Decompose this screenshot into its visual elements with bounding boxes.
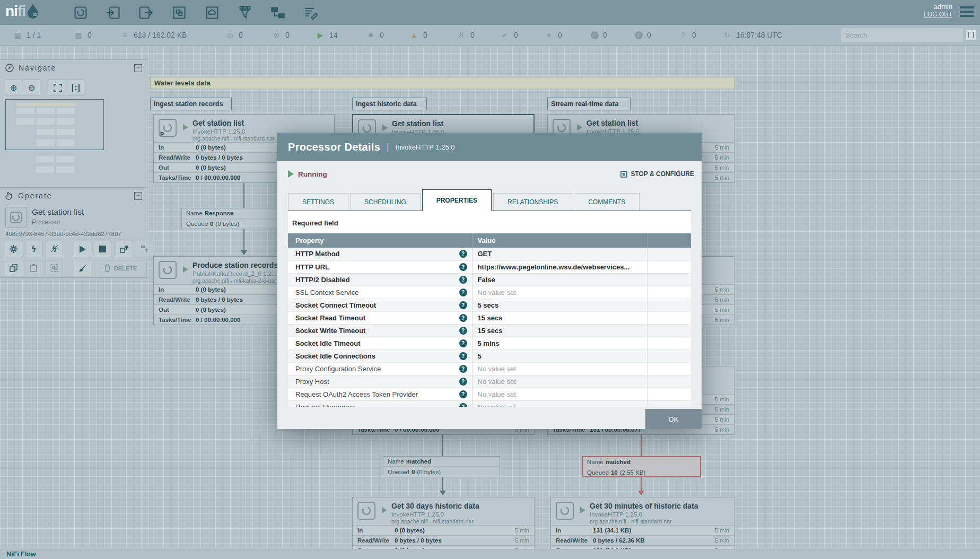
property-value[interactable]: No value set xyxy=(472,375,647,388)
canvas-label-ingest-station-records[interactable]: Ingest station records xyxy=(150,98,232,110)
stat-label: In xyxy=(357,527,395,534)
compass-icon xyxy=(5,64,14,72)
help-icon[interactable]: ? xyxy=(459,352,467,360)
help-icon[interactable]: ? xyxy=(459,263,467,271)
corner-button[interactable] xyxy=(965,29,977,41)
canvas-label-stream-real-time-data[interactable]: Stream real-time data xyxy=(547,98,631,110)
help-icon[interactable]: ? xyxy=(459,289,467,296)
property-value[interactable]: 5 mins xyxy=(472,337,647,350)
property-name: Socket Connect Timeout xyxy=(295,301,376,309)
property-value[interactable]: 5 secs xyxy=(472,299,647,311)
stat-label: Out xyxy=(159,307,196,313)
stat-window: 5 min xyxy=(715,426,729,433)
create-template-button[interactable] xyxy=(116,241,133,257)
stop-icon xyxy=(99,246,106,252)
property-value[interactable]: 15 secs xyxy=(472,324,647,337)
property-value[interactable]: No value set xyxy=(472,400,647,407)
help-icon[interactable]: ? xyxy=(459,365,467,373)
connection-line[interactable] xyxy=(442,434,443,456)
property-value[interactable]: No value set xyxy=(472,362,647,375)
tab-settings[interactable]: SETTINGS xyxy=(288,193,348,211)
global-menu-icon[interactable] xyxy=(960,6,974,19)
property-value[interactable]: 15 secs xyxy=(472,311,647,324)
help-icon[interactable]: ? xyxy=(459,403,467,407)
drag-output-port-button[interactable] xyxy=(136,4,154,21)
collapse-operate-icon[interactable]: − xyxy=(134,192,142,200)
upload-template-button[interactable] xyxy=(136,241,153,257)
enable-button[interactable]: ϟ xyxy=(25,241,42,257)
birdseye-minimap[interactable] xyxy=(5,99,104,150)
connection-line[interactable] xyxy=(641,477,642,491)
collapse-navigate-icon[interactable]: − xyxy=(134,64,142,72)
column-value: Value xyxy=(472,233,647,248)
breadcrumb[interactable]: NiFi Flow xyxy=(6,551,36,558)
zoom-out-button[interactable]: ⊖ xyxy=(23,80,40,96)
canvas-label-water-levels[interactable]: Water levels data xyxy=(150,77,734,89)
document-icon xyxy=(968,32,974,38)
tab-scheduling[interactable]: SCHEDULING xyxy=(350,193,421,211)
property-value[interactable]: https://www.pegelonline.wsv.de/webservic… xyxy=(472,260,647,273)
property-value[interactable]: No value set xyxy=(472,388,647,400)
tab-comments[interactable]: COMMENTS xyxy=(574,193,640,211)
drag-process-group-button[interactable] xyxy=(170,4,188,21)
delete-button[interactable]: DELETE xyxy=(94,260,147,276)
configure-button[interactable] xyxy=(5,241,22,257)
stat-window: 5 min xyxy=(515,537,529,544)
running-status-icon xyxy=(577,124,582,130)
group-button[interactable] xyxy=(46,260,63,276)
processor-name: Produce station records xyxy=(192,261,278,269)
canvas-label-ingest-historic-data[interactable]: Ingest historic data xyxy=(352,98,427,110)
drag-label-button[interactable] xyxy=(302,4,320,21)
drag-input-port-button[interactable] xyxy=(104,4,122,21)
tab-relationships[interactable]: RELATIONSHIPS xyxy=(493,193,572,211)
drag-remote-process-group-button[interactable] xyxy=(203,4,221,21)
connection-label-response[interactable]: NameResponse Queued0(0 bytes) xyxy=(181,208,282,229)
refresh-status[interactable]: ↻16:07:48 UTC xyxy=(722,25,782,45)
help-icon[interactable]: ? xyxy=(459,301,467,309)
copy-button[interactable] xyxy=(5,260,22,276)
search-input[interactable] xyxy=(841,28,963,42)
logout-link[interactable]: LOG OUT xyxy=(924,11,952,18)
change-color-button[interactable] xyxy=(74,260,91,276)
property-value[interactable]: False xyxy=(472,273,647,286)
status-up-to-date: ✔0 xyxy=(500,25,518,45)
stop-and-configure-button[interactable]: STOP & CONFIGURE xyxy=(620,170,694,178)
connection-label-matched-2[interactable]: Namematched Queued10(2.55 KB) xyxy=(582,456,701,477)
help-icon[interactable]: ? xyxy=(459,250,467,258)
property-value[interactable]: 5 xyxy=(472,350,647,362)
drag-template-button[interactable] xyxy=(269,4,287,21)
help-icon[interactable]: ? xyxy=(459,276,467,284)
help-icon[interactable]: ? xyxy=(459,327,467,335)
connection-label-matched-1[interactable]: Namematched Queued0(0 bytes) xyxy=(383,456,500,477)
connection-line[interactable] xyxy=(243,229,244,251)
drag-processor-button[interactable] xyxy=(72,4,90,21)
help-icon[interactable]: ? xyxy=(459,339,467,347)
start-button[interactable] xyxy=(74,241,91,257)
zoom-in-button[interactable]: ⊕ xyxy=(5,80,22,96)
tab-properties[interactable]: PROPERTIES xyxy=(422,189,492,211)
property-value[interactable]: No value set xyxy=(472,286,647,299)
ok-button[interactable]: OK xyxy=(645,409,702,429)
stat-label: Read/Write xyxy=(159,154,196,161)
help-icon[interactable]: ? xyxy=(459,390,467,398)
zoom-fit-button[interactable] xyxy=(49,80,66,96)
paste-button[interactable] xyxy=(25,260,42,276)
help-icon[interactable]: ? xyxy=(459,378,467,386)
drag-funnel-button[interactable] xyxy=(236,4,254,21)
property-row: Socket Connect Timeout? 5 secs xyxy=(288,299,691,311)
connection-line[interactable] xyxy=(442,477,443,491)
required-field-label: Required field xyxy=(288,211,691,233)
help-icon[interactable]: ? xyxy=(459,314,467,322)
disable-button[interactable]: ϟ xyxy=(46,241,63,257)
property-row: Socket Write Timeout? 15 secs xyxy=(288,324,691,337)
stat-row-read-write: Read/Write0 bytes / 62.36 KB5 min xyxy=(551,535,734,545)
connection-line[interactable] xyxy=(243,183,244,208)
stop-button[interactable] xyxy=(94,241,111,257)
connection-line[interactable] xyxy=(641,434,642,456)
locally-modified-stale-icon: ! xyxy=(635,31,643,39)
lightning-icon: ϟ xyxy=(31,244,37,254)
queued-flowfiles-icon: ≡ xyxy=(120,31,129,39)
property-value[interactable]: GET xyxy=(472,248,647,260)
zoom-actual-size-button[interactable] xyxy=(67,80,84,96)
selected-component-id[interactable]: 408c9703-8457-33b0-9c4d-432dd6277807 xyxy=(5,231,121,237)
